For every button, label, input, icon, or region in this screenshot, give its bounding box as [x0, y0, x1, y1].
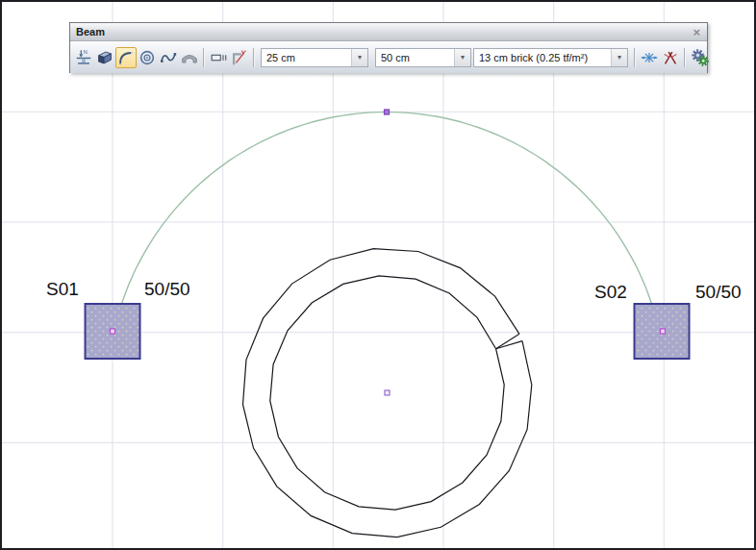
arc-beam-element[interactable]: [122, 112, 652, 304]
beam-depth-select[interactable]: 50 cm ▾: [375, 48, 471, 67]
node-marker[interactable]: [661, 329, 666, 334]
settings-gears-button[interactable]: [689, 47, 712, 68]
node-marker[interactable]: [385, 110, 390, 114]
toolbar-separator: [684, 48, 686, 67]
arch-beam-button[interactable]: [179, 47, 200, 68]
column-label-s02: S02: [594, 283, 627, 301]
beam-toolbar: Beam × N: [69, 22, 708, 73]
ring-joint-line: [496, 334, 519, 349]
toolbar-title: Beam: [76, 26, 105, 38]
chevron-down-icon[interactable]: ▾: [454, 49, 470, 66]
arc-beam-button[interactable]: [115, 47, 137, 68]
chevron-down-icon[interactable]: ▾: [351, 49, 367, 66]
section-label-s02: 50/50: [695, 283, 742, 301]
spline-beam-icon: [159, 47, 178, 68]
section-label-s01: 50/50: [144, 280, 190, 298]
wall-type-select[interactable]: 13 cm brick (0.25 tf/m²) ▾: [473, 48, 628, 67]
split-beam-button[interactable]: [660, 47, 681, 68]
ring-joint-line: [496, 341, 522, 349]
toolbar-titlebar[interactable]: Beam ×: [70, 23, 707, 41]
solid-beam-icon: [95, 47, 114, 68]
toolbar-separator: [203, 48, 205, 67]
close-button[interactable]: ×: [693, 26, 700, 38]
cad-canvas[interactable]: [2, 2, 756, 550]
svg-text:N: N: [84, 48, 88, 54]
circular-beam-button[interactable]: [137, 47, 158, 68]
circular-beam-icon: [138, 47, 157, 68]
solid-beam-button[interactable]: [94, 47, 115, 68]
spline-beam-button[interactable]: [158, 47, 179, 68]
beam-load-icon: N: [74, 47, 93, 68]
dimension-icon: [209, 47, 228, 68]
arch-beam-icon: [180, 47, 199, 68]
inclined-beam-button[interactable]: [229, 47, 250, 68]
point-load-beam-button[interactable]: N: [73, 47, 94, 68]
application-window: S01 50/50 S02 50/50 Beam × N: [0, 0, 756, 550]
node-marker[interactable]: [111, 329, 115, 334]
beam-width-select[interactable]: 25 cm ▾: [261, 48, 368, 67]
inclined-beam-icon: [230, 47, 249, 68]
toolbar-separator: [253, 48, 255, 67]
wall-type-value: 13 cm brick (0.25 tf/m²): [474, 52, 588, 63]
chevron-down-icon[interactable]: ▾: [611, 49, 627, 66]
beam-width-value: 25 cm: [262, 52, 295, 63]
arc-beam-icon: [116, 47, 136, 68]
toolbar-separator: [634, 48, 636, 67]
gears-icon: [690, 47, 711, 68]
snap-node-icon: [640, 47, 659, 68]
toolbar-row: N: [70, 41, 707, 73]
dimension-button[interactable]: [208, 47, 229, 68]
column-label-s01: S01: [46, 280, 79, 298]
node-marker[interactable]: [385, 390, 390, 395]
beam-depth-value: 50 cm: [376, 52, 410, 63]
split-beam-icon: [661, 47, 680, 68]
snap-node-button[interactable]: [639, 47, 660, 68]
